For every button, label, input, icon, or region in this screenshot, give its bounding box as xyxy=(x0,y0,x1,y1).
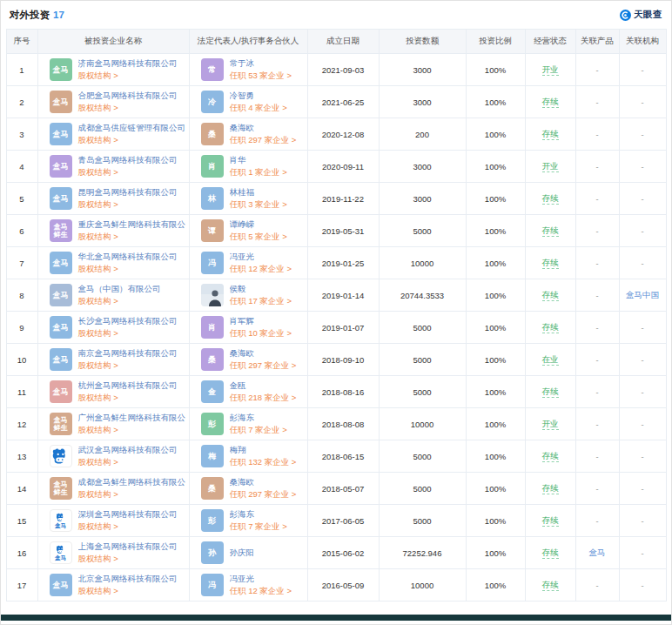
status-badge[interactable]: 存续 xyxy=(542,580,559,591)
status-badge[interactable]: 存续 xyxy=(542,386,559,398)
investment-ratio: 100% xyxy=(466,344,525,376)
equity-structure-link[interactable]: 股权结构 > xyxy=(78,424,185,436)
company-name-link[interactable]: 盒马（中国）有限公司 xyxy=(78,283,161,295)
rep-jobs-link[interactable]: 任职 17 家企业 > xyxy=(230,295,292,307)
company-name-link[interactable]: 昆明盒马网络科技有限公司 xyxy=(78,186,178,198)
equity-structure-link[interactable]: 股权结构 > xyxy=(78,327,178,339)
equity-structure-link[interactable]: 股权结构 > xyxy=(78,521,178,533)
investment-amount: 20744.3533 xyxy=(379,279,466,312)
status-badge[interactable]: 开业 xyxy=(542,161,559,172)
status-badge[interactable]: 存续 xyxy=(542,451,559,462)
rep-name-link[interactable]: 彭海东 xyxy=(230,508,287,521)
rep-name-link[interactable]: 桑海欧 xyxy=(230,476,297,488)
status-badge[interactable]: 存续 xyxy=(542,483,559,494)
rep-avatar: 常 xyxy=(201,58,224,81)
rep-jobs-link[interactable]: 任职 218 家企业 > xyxy=(230,392,297,404)
company-name-link[interactable]: 合肥盒马网络科技有限公司 xyxy=(78,90,178,102)
equity-structure-link[interactable]: 股权结构 > xyxy=(78,198,178,211)
company-logo xyxy=(50,445,72,467)
related-product[interactable]: 盒马 xyxy=(589,548,606,557)
status-badge[interactable]: 存续 xyxy=(542,97,559,108)
company-name-link[interactable]: 成都盒马供应链管理有限公司 xyxy=(78,122,185,134)
rep-name-link[interactable]: 孙庆阳 xyxy=(230,547,255,559)
rep-name-link[interactable]: 彭海东 xyxy=(230,412,287,424)
status-badge[interactable]: 开业 xyxy=(542,419,559,430)
company-name-link[interactable]: 成都盒马鲜生网络科技有限公司 xyxy=(78,476,185,488)
equity-structure-link[interactable]: 股权结构 > xyxy=(78,102,178,114)
rep-name-link[interactable]: 梅翔 xyxy=(230,444,297,456)
col-header-date: 成立日期 xyxy=(307,30,379,54)
rep-jobs-link[interactable]: 任职 12 家企业 > xyxy=(230,263,292,275)
status-badge[interactable]: 存续 xyxy=(542,322,559,333)
equity-structure-link[interactable]: 股权结构 > xyxy=(78,553,178,565)
rep-name-link[interactable]: 冯亚光 xyxy=(230,251,292,263)
rep-name-link[interactable]: 冯亚光 xyxy=(230,573,292,585)
status-badge[interactable]: 存续 xyxy=(542,129,559,140)
company-name-link[interactable]: 上海盒马网络科技有限公司 xyxy=(78,541,178,553)
rep-jobs-link[interactable]: 任职 53 家企业 > xyxy=(230,70,292,82)
status-badge[interactable]: 开业 xyxy=(542,64,559,76)
row-index: 15 xyxy=(6,505,37,537)
status-badge[interactable]: 存续 xyxy=(542,548,559,559)
status-badge[interactable]: 存续 xyxy=(542,193,559,205)
company-name-link[interactable]: 重庆盒马鲜生网络科技有限公司 xyxy=(78,218,185,231)
company-name-link[interactable]: 青岛盒马网络科技有限公司 xyxy=(78,154,178,166)
established-date: 2021-06-25 xyxy=(307,86,379,118)
rep-jobs-link[interactable]: 任职 12 家企业 > xyxy=(230,585,292,597)
rep-name-link[interactable]: 常于冰 xyxy=(230,57,292,70)
rep-jobs-link[interactable]: 任职 10 家企业 > xyxy=(230,327,292,339)
rep-jobs-link[interactable]: 任职 5 家企业 > xyxy=(230,231,287,243)
company-name-link[interactable]: 南京盒马网络科技有限公司 xyxy=(78,347,178,360)
rep-jobs-link[interactable]: 任职 297 家企业 > xyxy=(230,134,297,146)
company-name-link[interactable]: 长沙盒马网络科技有限公司 xyxy=(78,315,178,327)
rep-name-link[interactable]: 桑海欧 xyxy=(230,347,297,360)
rep-jobs-link[interactable]: 任职 7 家企业 > xyxy=(230,424,287,436)
rep-name-link[interactable]: 林桂福 xyxy=(230,186,287,198)
company-name-link[interactable]: 华北盒马网络科技有限公司 xyxy=(78,251,178,263)
rep-name-link[interactable]: 桑海欧 xyxy=(230,122,297,134)
company-name-link[interactable]: 广州盒马鲜生网络科技有限公司 xyxy=(78,412,185,424)
rep-name-link[interactable]: 侯毅 xyxy=(230,283,292,295)
equity-structure-link[interactable]: 股权结构 > xyxy=(78,295,161,307)
rep-jobs-link[interactable]: 任职 1 家企业 > xyxy=(230,166,287,178)
company-name-link[interactable]: 武汉盒马网络科技有限公司 xyxy=(78,444,178,456)
tianyancha-icon xyxy=(620,10,631,21)
rep-jobs-link[interactable]: 任职 7 家企业 > xyxy=(230,521,287,533)
rep-avatar: 桑 xyxy=(201,123,224,145)
related-org[interactable]: 盒马中国 xyxy=(626,290,659,299)
status-badge[interactable]: 存续 xyxy=(542,515,559,527)
rep-name-link[interactable]: 金瓯 xyxy=(230,380,297,392)
rep-name-link[interactable]: 谭峥嵘 xyxy=(230,218,287,231)
equity-structure-link[interactable]: 股权结构 > xyxy=(78,263,178,275)
rep-jobs-link[interactable]: 任职 3 家企业 > xyxy=(230,198,287,211)
tianyancha-logo[interactable]: 天眼查 xyxy=(620,9,662,21)
rep-jobs-link[interactable]: 任职 297 家企业 > xyxy=(230,360,297,372)
rep-name-link[interactable]: 肖华 xyxy=(230,154,287,166)
rep-name-link[interactable]: 肖军辉 xyxy=(230,315,292,327)
equity-structure-link[interactable]: 股权结构 > xyxy=(78,585,178,597)
equity-structure-link[interactable]: 股权结构 > xyxy=(78,166,178,178)
equity-structure-link[interactable]: 股权结构 > xyxy=(78,392,178,404)
equity-structure-link[interactable]: 股权结构 > xyxy=(78,134,185,146)
company-name-link[interactable]: 济南盒马网络科技有限公司 xyxy=(78,57,178,70)
rep-jobs-link[interactable]: 任职 297 家企业 > xyxy=(230,488,297,501)
table-row: 12 盒马鲜生 广州盒马鲜生网络科技有限公司 股权结构 > 彭 彭海东 任职 7… xyxy=(6,408,666,440)
status-badge[interactable]: 存续 xyxy=(542,290,559,301)
status-badge[interactable]: 存续 xyxy=(542,258,559,269)
status-badge[interactable]: 存续 xyxy=(542,225,559,237)
equity-structure-link[interactable]: 股权结构 > xyxy=(78,360,178,372)
equity-structure-link[interactable]: 股权结构 > xyxy=(78,70,178,82)
company-name-link[interactable]: 杭州盒马网络科技有限公司 xyxy=(78,380,178,392)
status-badge[interactable]: 在业 xyxy=(542,354,559,366)
table-row: 3 盒马 成都盒马供应链管理有限公司 股权结构 > 桑 桑海欧 任职 297 家… xyxy=(6,118,666,151)
equity-structure-link[interactable]: 股权结构 > xyxy=(78,231,185,243)
rep-jobs-link[interactable]: 任职 132 家企业 > xyxy=(230,456,297,468)
equity-structure-link[interactable]: 股权结构 > xyxy=(78,488,185,501)
company-name-link[interactable]: 深圳盒马网络科技有限公司 xyxy=(78,508,178,521)
company-name-link[interactable]: 北京盒马网络科技有限公司 xyxy=(78,573,178,585)
table-row: 1 盒马 济南盒马网络科技有限公司 股权结构 > 常 常于冰 任职 53 家企业… xyxy=(6,54,666,86)
company-logo: 盒马 xyxy=(50,574,72,596)
rep-name-link[interactable]: 冷智勇 xyxy=(230,90,287,102)
rep-jobs-link[interactable]: 任职 4 家企业 > xyxy=(230,102,287,114)
equity-structure-link[interactable]: 股权结构 > xyxy=(78,456,178,468)
